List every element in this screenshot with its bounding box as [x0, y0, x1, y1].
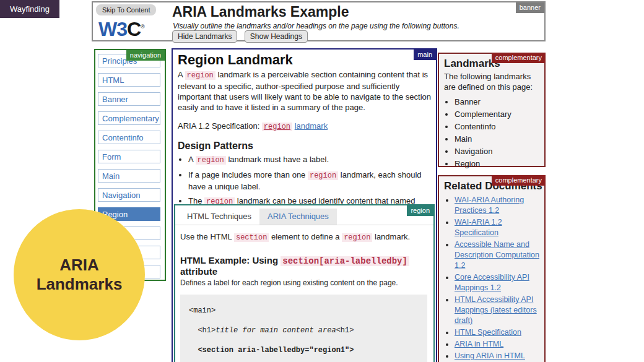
hide-landmarks-button[interactable]: Hide Landmarks — [172, 30, 237, 43]
header-banner: banner Skip To Content W3C® ARIA Landmar… — [92, 1, 546, 41]
code-text: <section aria-labelledby="region1"> — [198, 346, 354, 355]
show-headings-button[interactable]: Show Headings — [245, 30, 308, 43]
spec-label: ARIA 1.2 Specification: — [178, 121, 262, 131]
region-codechip: region — [196, 156, 226, 165]
aria-labelledby-codechip: section[aria-labelledby] — [281, 256, 409, 266]
related-link-html-spec[interactable]: HTML Specification — [455, 328, 521, 337]
landmark-toggle-buttons: Hide Landmarks Show Headings — [172, 30, 312, 43]
nav-item-navigation[interactable]: Navigation — [98, 188, 160, 202]
aria-spec-line: ARIA 1.2 Specification: region landmark — [178, 121, 431, 131]
landmarks-panel: complementary Landmarks The following la… — [438, 53, 546, 167]
related-link-wai-aria-authoring-practices[interactable]: WAI-ARIA Authoring Practices 1.2 — [455, 196, 524, 215]
region-codechip: region — [342, 233, 372, 242]
main-content: main Region Landmark A region landmark i… — [172, 48, 437, 362]
bullet-text: If a page includes more than one — [188, 170, 308, 179]
related-link-aria-in-html[interactable]: ARIA in HTML — [455, 340, 503, 348]
nav-item-contentinfo[interactable]: Contentinfo — [98, 131, 160, 144]
list-item: Navigation — [455, 147, 544, 156]
example-caption: Defines a label for each region using ex… — [180, 278, 427, 287]
usage-text: landmark. — [372, 232, 410, 241]
nav-item-html[interactable]: HTML — [98, 73, 160, 87]
list-item: Contentinfo — [455, 122, 544, 131]
usage-text: element to define a — [269, 232, 342, 241]
usage-text: Use the HTML — [180, 232, 234, 241]
list-item: Accessible Name and Description Computat… — [455, 239, 544, 271]
code-line: <h1>title for main content area<h1> — [189, 321, 419, 340]
nav-item-main[interactable]: Main — [98, 169, 160, 183]
code-line: <section aria-labelledby="region1"> — [189, 340, 419, 360]
bullet-text: landmark must have a label. — [226, 155, 329, 164]
w3c-logo-c: C — [127, 18, 141, 40]
list-item: Main — [455, 134, 544, 144]
list-item: If a page includes more than one region … — [188, 170, 431, 192]
list-item: HTML Accessibility API Mappings (latest … — [455, 295, 544, 326]
region-codechip: region — [185, 71, 215, 80]
landmarks-list: Banner Complementary Contentinfo Main Na… — [439, 97, 544, 168]
code-text — [189, 346, 198, 355]
circle-label-line1: ARIA — [59, 256, 99, 275]
banner-landmark-tag: banner — [516, 2, 544, 13]
list-item: Complementary — [455, 110, 544, 119]
code-text: <main> — [189, 306, 215, 315]
list-item: Banner — [455, 97, 544, 106]
main-landmark-tag: main — [414, 50, 436, 60]
list-item: WAI-ARIA 1.2 Specification — [455, 217, 544, 238]
region-landmark-tag: region — [407, 205, 433, 216]
code-block: <main> <h1>title for main content area<h… — [180, 295, 427, 362]
intro-pre: A — [178, 70, 185, 79]
page-title: ARIA Landmarks Example — [172, 4, 349, 20]
registered-mark-icon: ® — [141, 24, 145, 30]
related-link-html-aam[interactable]: HTML Accessibility API Mappings (latest … — [455, 295, 537, 325]
code-text: <h1> — [189, 326, 215, 335]
list-item: WAI-ARIA Authoring Practices 1.2 — [455, 195, 544, 216]
nav-item-form[interactable]: Form — [98, 150, 160, 163]
circle-label-line2: Landmarks — [37, 275, 123, 294]
navigation-landmark-tag: navigation — [126, 50, 165, 61]
related-link-wai-aria-spec[interactable]: WAI-ARIA 1.2 Specification — [455, 218, 502, 237]
related-documents-panel: complementary Related Documents WAI-ARIA… — [438, 175, 546, 362]
aria-landmarks-circle: ARIA Landmarks — [14, 209, 145, 340]
w3c-logo[interactable]: W3C® — [98, 16, 145, 40]
wayfinding-badge: Wayfinding — [0, 0, 59, 18]
html-example-heading: HTML Example: Using section[aria-labelle… — [180, 255, 427, 277]
code-line: <main> — [189, 301, 419, 321]
complementary-landmark-tag: complementary — [492, 175, 546, 186]
intro-post: landmark is a perceivable section contai… — [178, 70, 431, 112]
list-item: Region — [455, 159, 544, 168]
region-landmark-heading: Region Landmark — [178, 52, 431, 68]
complementary-landmark-tag: complementary — [492, 53, 546, 63]
region-code-link[interactable]: region — [262, 123, 292, 131]
techniques-panel: region HTML Techniques ARIA Techniques U… — [174, 204, 435, 362]
list-item: A region landmark must have a label. — [188, 154, 431, 166]
bullet-text: A — [188, 155, 196, 164]
list-item: ARIA in HTML — [455, 339, 544, 350]
w3c-logo-w3: W3 — [98, 18, 127, 40]
related-link-using-aria-in-html[interactable]: Using ARIA in HTML — [455, 351, 525, 360]
example-heading-text: HTML Example: Using — [180, 255, 281, 265]
landmark-link[interactable]: landmark — [295, 121, 328, 131]
skip-to-content-button[interactable]: Skip To Content — [96, 4, 156, 15]
code-text: title for main content area — [215, 326, 336, 335]
landmarks-description: The following landmarks are defined on t… — [444, 71, 539, 92]
region-codechip: region — [308, 171, 338, 180]
usage-paragraph: Use the HTML section element to define a… — [180, 231, 427, 243]
list-item: HTML Specification — [455, 327, 544, 338]
related-link-accname-computation[interactable]: Accessible Name and Description Computat… — [455, 240, 539, 270]
nav-item-complementary[interactable]: Complementary — [98, 111, 160, 125]
tab-aria-techniques[interactable]: ARIA Techniques — [259, 209, 337, 225]
list-item: Core Accessibility API Mappings 1.2 — [455, 272, 544, 293]
tab-html-techniques[interactable]: HTML Techniques — [179, 209, 259, 225]
nav-item-banner[interactable]: Banner — [98, 92, 160, 106]
example-heading-text: attribute — [180, 266, 217, 277]
code-text: <h1> — [336, 326, 354, 335]
related-link-core-aam[interactable]: Core Accessibility API Mappings 1.2 — [455, 273, 529, 292]
page-subtitle: Visually outline the landmarks and/or he… — [173, 22, 459, 30]
list-item: Using ARIA in HTML — [455, 351, 544, 361]
design-patterns-heading: Design Patterns — [178, 140, 431, 152]
techniques-tab-bar: HTML Techniques ARIA Techniques — [175, 205, 433, 225]
related-documents-list: WAI-ARIA Authoring Practices 1.2 WAI-ARI… — [439, 195, 544, 362]
intro-paragraph: A region landmark is a perceivable secti… — [178, 69, 431, 113]
section-codechip: section — [234, 233, 269, 242]
